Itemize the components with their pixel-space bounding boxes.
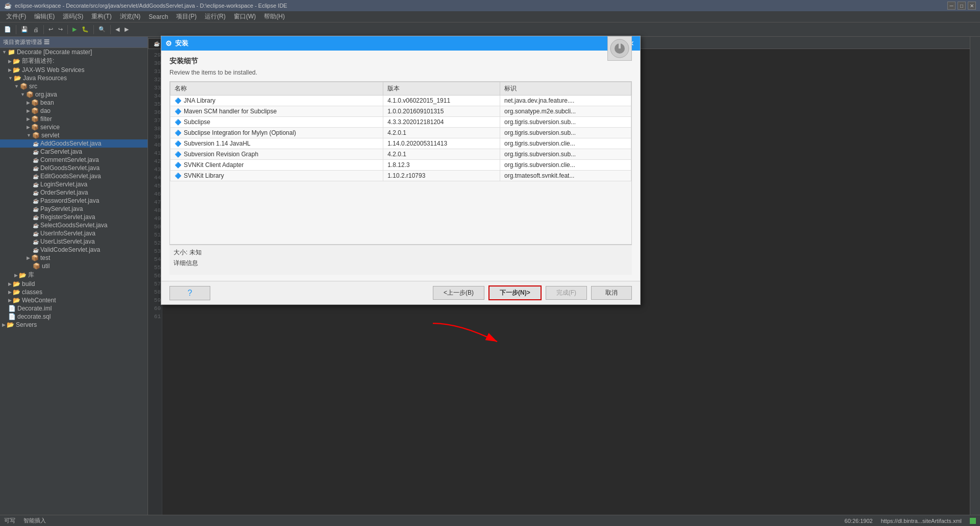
sidebar-label: JAX-WS Web Services	[22, 66, 84, 74]
service-icon: 📦	[31, 124, 39, 131]
sidebar-item-addgoods[interactable]: ☕ AddGoodsServlet.java	[0, 139, 148, 148]
table-row[interactable]: 🔷Subclipse 4.3.3.202012181204 org.tigris…	[170, 117, 631, 128]
dialog-footer: ? <上一步(B) 下一步(N)> 完成(F) 取消	[161, 281, 640, 304]
row-icon: 🔷	[175, 98, 182, 104]
sidebar-item-classes[interactable]: ▶ 📂 classes	[0, 288, 148, 296]
sidebar-item-src[interactable]: ▼ 📦 src	[0, 82, 148, 90]
table-row[interactable]: 🔷Subclipse Integration for Mylyn (Option…	[170, 128, 631, 138]
sidebar-item-selectgoods[interactable]: ☕ SelectGoodsServlet.java	[0, 221, 148, 229]
print-button[interactable]: 🖨	[31, 26, 41, 34]
java-file-icon: ☕	[33, 141, 39, 147]
sidebar-item-webcontent[interactable]: ▶ 📂 WebContent	[0, 296, 148, 304]
install-icon	[607, 36, 632, 61]
sidebar-item-editgoods[interactable]: ☕ EditGoodsServlet.java	[0, 172, 148, 180]
finish-button[interactable]: 完成(F)	[546, 286, 587, 300]
maximize-button[interactable]: □	[958, 2, 966, 10]
expand-arrow: ▶	[8, 67, 12, 73]
sidebar-item-project[interactable]: ▼ 📁 Decorate [Decorate master]	[0, 48, 148, 56]
toolbar-separator-3	[67, 25, 68, 34]
row-icon: 🔷	[175, 108, 182, 114]
new-button[interactable]: 📄	[2, 25, 13, 34]
cancel-button[interactable]: 取消	[591, 286, 632, 300]
sidebar-item-decorate-iml[interactable]: 📄 Decorate.iml	[0, 304, 148, 313]
sidebar-label: service	[40, 124, 60, 131]
sidebar-item-filter[interactable]: ▶ 📦 filter	[0, 115, 148, 123]
dialog-title: 安装	[175, 39, 611, 48]
expand-arrow: ▶	[14, 273, 18, 278]
sidebar-item-servers[interactable]: ▶ 📂 Servers	[0, 321, 148, 329]
menu-project[interactable]: 项目(P)	[172, 11, 201, 22]
cell-version: 4.2.0.1	[383, 128, 500, 138]
table-row[interactable]: 🔷SVNKit Library 1.10.2.r10793 org.tmates…	[170, 171, 631, 181]
sidebar-item-test[interactable]: ▶ 📦 test	[0, 254, 148, 262]
sidebar-item-bean[interactable]: ▶ 📦 bean	[0, 99, 148, 107]
bean-icon: 📦	[31, 99, 39, 106]
col-name: 名称	[170, 82, 383, 95]
col-id: 标识	[500, 82, 631, 95]
sidebar-item-deploy[interactable]: ▶ 📂 部署描述符:	[0, 56, 148, 66]
table-row[interactable]: 🔷Subversion 1.14 JavaHL 1.14.0.202005311…	[170, 138, 631, 149]
install-table-container[interactable]: 名称 版本 标识 🔷JNA Library 4.1.0.v06022015_19…	[169, 81, 632, 245]
row-icon: 🔷	[175, 119, 182, 125]
sidebar-item-userinfo[interactable]: ☕ UserInfoServlet.java	[0, 229, 148, 237]
sidebar-item-lib[interactable]: ▶ 📂 库	[0, 270, 148, 280]
sidebar-item-dao[interactable]: ▶ 📦 dao	[0, 107, 148, 115]
menu-window[interactable]: 窗口(W)	[230, 11, 260, 22]
sidebar-item-order[interactable]: ☕ OrderServlet.java	[0, 188, 148, 197]
cursor-position: 60:26:1902	[845, 518, 873, 524]
undo-button[interactable]: ↩	[46, 25, 55, 34]
table-row[interactable]: 🔷Subversion Revision Graph 4.2.0.1 org.t…	[170, 149, 631, 160]
sidebar-item-servlet[interactable]: ▼ 📦 servlet	[0, 131, 148, 139]
sidebar-item-service[interactable]: ▶ 📦 service	[0, 123, 148, 131]
menu-edit[interactable]: 编辑(E)	[30, 11, 59, 22]
save-button[interactable]: 💾	[19, 25, 30, 34]
expand-arrow: ▶	[27, 108, 30, 113]
menu-source[interactable]: 源码(S)	[59, 11, 87, 22]
sidebar-item-commentservlet[interactable]: ☕ CommentServlet.java	[0, 156, 148, 164]
next-button[interactable]: 下一步(N)>	[488, 285, 542, 300]
sidebar-item-validcode[interactable]: ☕ ValidCodeServlet.java	[0, 246, 148, 254]
sidebar-item-orgjava[interactable]: ▼ 📦 org.java	[0, 90, 148, 99]
back-button[interactable]: <上一步(B)	[433, 286, 484, 300]
table-row[interactable]: 🔷SVNKit Client Adapter 1.8.12.3 org.tigr…	[170, 160, 631, 171]
sidebar-item-userlist[interactable]: ☕ UserListServlet.java	[0, 237, 148, 246]
sidebar-item-register[interactable]: ☕ RegisterServlet.java	[0, 213, 148, 221]
menu-navigate[interactable]: 浏览(N)	[116, 11, 145, 22]
sidebar-item-carservlet[interactable]: ☕ CarServlet.java	[0, 148, 148, 156]
run-button[interactable]: ▶	[70, 25, 79, 34]
sidebar-item-build[interactable]: ▶ 📂 build	[0, 280, 148, 288]
expand-arrow: ▶	[27, 100, 30, 105]
folder-icon: 📂	[13, 66, 20, 74]
sidebar-item-pay[interactable]: ☕ PayServlet.java	[0, 205, 148, 213]
sidebar-item-delgoods[interactable]: ☕ DelGoodsServlet.java	[0, 164, 148, 172]
cell-id: org.tigris.subversion.clie...	[500, 160, 631, 171]
menu-refactor[interactable]: 重构(T)	[87, 11, 115, 22]
install-dialog[interactable]: ⚙ 安装 □ ✕ 安装细节 Review the items to be ins…	[161, 36, 641, 305]
table-row[interactable]: 🔷JNA Library 4.1.0.v06022015_1911 net.ja…	[170, 95, 631, 106]
sidebar-item-jax[interactable]: ▶ 📂 JAX-WS Web Services	[0, 66, 148, 74]
lib-icon: 📂	[19, 272, 27, 279]
sidebar-item-decorate-sql[interactable]: 📄 decorate.sql	[0, 313, 148, 321]
forward-nav-button[interactable]: ▶	[122, 25, 131, 34]
menu-file[interactable]: 文件(F)	[2, 11, 30, 22]
back-nav-button[interactable]: ◀	[113, 25, 121, 34]
search-toolbar-button[interactable]: 🔍	[96, 25, 108, 34]
sidebar-label: Decorate [Decorate master]	[17, 49, 92, 56]
minimize-button[interactable]: ─	[947, 2, 955, 10]
debug-button[interactable]: 🐛	[80, 25, 91, 34]
menu-run[interactable]: 运行(R)	[201, 11, 230, 22]
cell-name: 🔷SVNKit Client Adapter	[170, 160, 383, 171]
row-icon: 🔷	[175, 151, 182, 157]
help-button[interactable]: ?	[169, 286, 210, 300]
sidebar-item-util[interactable]: 📦 util	[0, 262, 148, 270]
table-row[interactable]: 🔷Maven SCM handler for Subclipse 1.0.0.2…	[170, 106, 631, 117]
sidebar-item-login[interactable]: ☕ LoginServlet.java	[0, 180, 148, 188]
close-button[interactable]: ✕	[968, 2, 976, 10]
sidebar-item-java-resources[interactable]: ▼ 📂 Java Resources	[0, 74, 148, 82]
sidebar-item-password[interactable]: ☕ PasswordServlet.java	[0, 197, 148, 205]
menu-search[interactable]: Search	[144, 12, 172, 21]
menu-help[interactable]: 帮助(H)	[260, 11, 289, 22]
webcontent-icon: 📂	[13, 297, 20, 304]
sidebar-label: UserListServlet.java	[40, 238, 95, 245]
redo-button[interactable]: ↪	[56, 25, 65, 34]
